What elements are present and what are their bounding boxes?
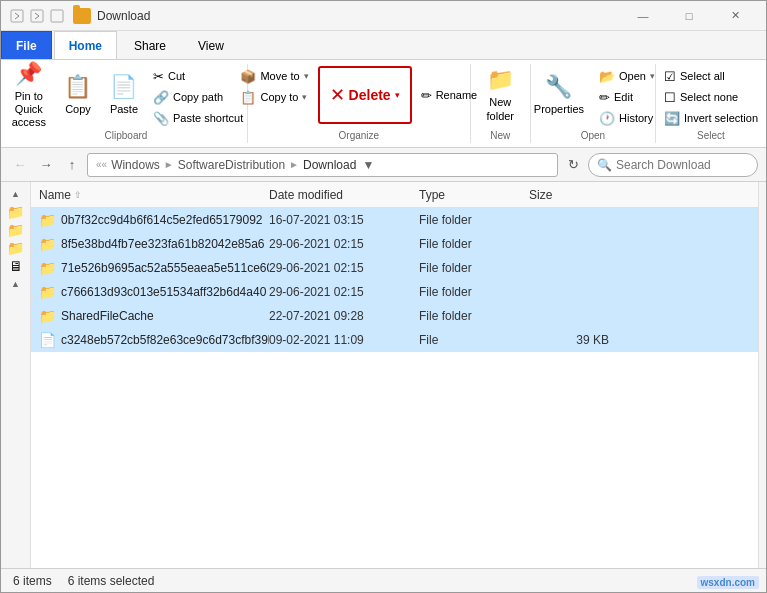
doc-icon-5: 📄	[39, 332, 56, 348]
copy-button[interactable]: 📋 Copy	[56, 66, 100, 124]
select-stack: ☑ Select all ☐ Select none 🔄 Invert sele…	[659, 66, 763, 128]
paste-button[interactable]: 📄 Paste	[102, 66, 146, 124]
tab-view[interactable]: View	[183, 31, 239, 59]
open-group-content: 🔧 Properties 📂 Open ▾ ✏ Edit	[526, 66, 660, 128]
path-softwaredistribution: SoftwareDistribution	[178, 158, 285, 172]
select-label: Select	[697, 130, 725, 141]
col-header-date[interactable]: Date modified	[269, 188, 419, 202]
cut-label: Cut	[168, 70, 185, 82]
paste-shortcut-button[interactable]: 📎 Paste shortcut	[148, 108, 248, 128]
file-cell-date-1: 29-06-2021 02:15	[269, 237, 419, 251]
folder-icon-1: 📁	[39, 236, 56, 252]
file-row[interactable]: 📁 c766613d93c013e51534aff32b6d4a40 29-06…	[31, 280, 758, 304]
col-header-size[interactable]: Size	[529, 188, 609, 202]
file-cell-name-5: 📄 c3248eb572cb5f82e63ce9c6d73cfbf39b10..…	[39, 332, 269, 348]
file-cell-date-0: 16-07-2021 03:15	[269, 213, 419, 227]
open-small-stack: 📂 Open ▾ ✏ Edit 🕐 History	[594, 66, 660, 128]
tab-share[interactable]: Share	[119, 31, 181, 59]
folder-icon-3: 📁	[39, 284, 56, 300]
file-row[interactable]: 📁 SharedFileCache 22-07-2021 09:28 File …	[31, 304, 758, 328]
path-sep-2: ►	[289, 159, 299, 170]
file-cell-name-2: 📁 71e526b9695ac52a555eaea5e511ce60	[39, 260, 269, 276]
up-button[interactable]: ↑	[61, 154, 83, 176]
search-icon: 🔍	[597, 158, 612, 172]
nav-expand-2[interactable]: ▲	[6, 276, 26, 292]
double-arrow-icon: ««	[96, 159, 107, 170]
maximize-button[interactable]: □	[666, 1, 712, 31]
cut-button[interactable]: ✂ Cut	[148, 66, 248, 86]
col-header-name[interactable]: Name ⇧	[39, 188, 269, 202]
move-to-label: Move to	[260, 70, 299, 82]
open-label: Open	[619, 70, 646, 82]
folder-icon-4: 📁	[39, 308, 56, 324]
copy-path-button[interactable]: 🔗 Copy path	[148, 87, 248, 107]
minimize-button[interactable]: —	[620, 1, 666, 31]
nav-folder-icon-3: 📁	[7, 240, 24, 256]
organize-group: 📦 Move to ▾ 📋 Copy to ▾	[248, 64, 471, 143]
forward-button[interactable]: →	[35, 154, 57, 176]
copy-to-button[interactable]: 📋 Copy to ▾	[235, 87, 313, 107]
title-bar-icons	[9, 8, 65, 24]
file-cell-date-4: 22-07-2021 09:28	[269, 309, 419, 323]
edit-button[interactable]: ✏ Edit	[594, 87, 660, 107]
delete-x-icon: ✕	[330, 84, 345, 106]
move-to-button[interactable]: 📦 Move to ▾	[235, 66, 313, 86]
nav-folder-icon-1: 📁	[7, 204, 24, 220]
properties-button[interactable]: 🔧 Properties	[526, 66, 592, 124]
search-input[interactable]	[616, 158, 746, 172]
nav-folder-icon-2: 📁	[7, 222, 24, 238]
file-cell-name-3: 📁 c766613d93c013e51534aff32b6d4a40	[39, 284, 269, 300]
paste-label: Paste	[110, 103, 138, 116]
invert-selection-button[interactable]: 🔄 Invert selection	[659, 108, 763, 128]
select-all-button[interactable]: ☑ Select all	[659, 66, 763, 86]
paste-shortcut-icon: 📎	[153, 111, 169, 126]
edit-label: Edit	[614, 91, 633, 103]
file-cell-name-4: 📁 SharedFileCache	[39, 308, 269, 324]
copy-icon: 📋	[64, 74, 91, 100]
address-bar: ← → ↑ «« Windows ► SoftwareDistribution …	[1, 148, 766, 182]
forward-icon	[29, 8, 45, 24]
selected-count: 6 items selected	[68, 574, 155, 588]
open-button[interactable]: 📂 Open ▾	[594, 66, 660, 86]
back-button[interactable]: ←	[9, 154, 31, 176]
nav-folder-1[interactable]: 📁	[6, 204, 26, 220]
tab-home[interactable]: Home	[54, 31, 117, 59]
col-header-type[interactable]: Type	[419, 188, 529, 202]
invert-label: Invert selection	[684, 112, 758, 124]
nav-expand-1[interactable]: ▲	[6, 186, 26, 202]
open-arrow: ▾	[650, 71, 655, 81]
file-row[interactable]: 📁 8f5e38bd4fb7ee323fa61b82042e85a6 29-06…	[31, 232, 758, 256]
new-folder-button[interactable]: 📁 New folder	[478, 66, 522, 124]
path-dropdown-arrow[interactable]: ▼	[360, 158, 376, 172]
address-path[interactable]: «« Windows ► SoftwareDistribution ► Down…	[87, 153, 558, 177]
select-group-content: ☑ Select all ☐ Select none 🔄 Invert sele…	[659, 66, 763, 128]
file-row[interactable]: 📁 0b7f32cc9d4b6f614c5e2fed65179092 16-07…	[31, 208, 758, 232]
refresh-button[interactable]: ↻	[562, 154, 584, 176]
file-list: Name ⇧ Date modified Type Size 📁 0b7f32c…	[31, 182, 758, 568]
monitor-icon: 🖥	[9, 258, 23, 274]
left-nav: ▲ 📁 📁 📁 🖥 ▲	[1, 182, 31, 568]
close-button[interactable]: ✕	[712, 1, 758, 31]
select-none-icon: ☐	[664, 90, 676, 105]
tab-file[interactable]: File	[1, 31, 52, 59]
delete-button[interactable]: ✕ Delete ▾	[318, 66, 412, 124]
nav-monitor[interactable]: 🖥	[6, 258, 26, 274]
new-label: New	[490, 130, 510, 141]
organize-group-content: 📦 Move to ▾ 📋 Copy to ▾	[235, 66, 482, 128]
new-group: 📁 New folder New	[471, 64, 531, 143]
delete-arrow: ▾	[395, 90, 400, 100]
back-icon	[9, 8, 25, 24]
file-row[interactable]: 📁 71e526b9695ac52a555eaea5e511ce60 29-06…	[31, 256, 758, 280]
column-headers: Name ⇧ Date modified Type Size	[31, 182, 758, 208]
nav-folder-2[interactable]: 📁	[6, 222, 26, 238]
history-button[interactable]: 🕐 History	[594, 108, 660, 128]
file-cell-size-5: 39 KB	[529, 333, 609, 347]
pin-label: Pin to Quick access	[12, 90, 46, 130]
select-none-button[interactable]: ☐ Select none	[659, 87, 763, 107]
file-row[interactable]: 📄 c3248eb572cb5f82e63ce9c6d73cfbf39b10..…	[31, 328, 758, 352]
pin-to-quick-access-button[interactable]: 📌 Pin to Quick access	[4, 66, 54, 124]
nav-folder-3[interactable]: 📁	[6, 240, 26, 256]
path-sep-1: ►	[164, 159, 174, 170]
clipboard-group: 📌 Pin to Quick access 📋 Copy 📄 Paste	[5, 64, 248, 143]
select-all-icon: ☑	[664, 69, 676, 84]
